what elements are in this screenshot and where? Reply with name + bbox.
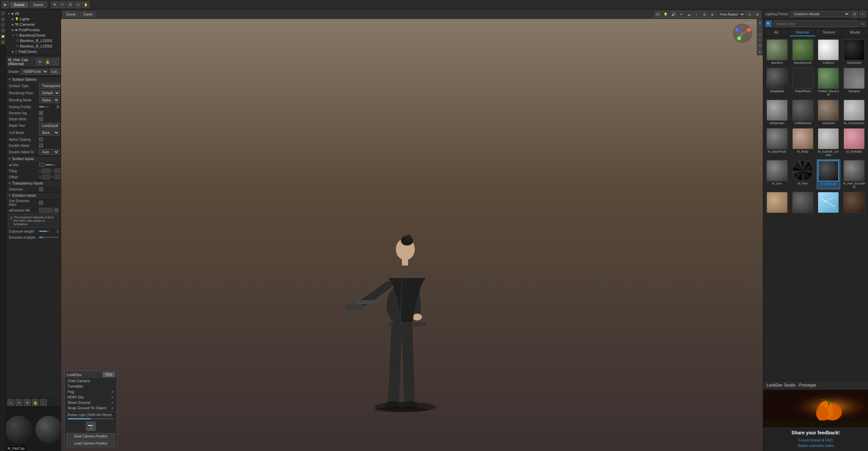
hand-tool[interactable]: ✋ — [82, 1, 89, 8]
rendering-pass-dropdown[interactable]: Default — [39, 90, 60, 96]
lookdev-snap-ground[interactable]: Snap Ground To Object ✓ — [65, 405, 117, 411]
game-tab[interactable]: Game — [30, 2, 47, 8]
emission-inputs-header[interactable]: ▼ Emission Inputs — [6, 192, 61, 198]
mat-item-row5c[interactable] — [817, 191, 841, 214]
double-sided-gi-dropdown[interactable]: Auto — [39, 149, 59, 155]
color-slider[interactable] — [45, 164, 56, 165]
vp-strip-btn-5[interactable]: ☰ — [757, 43, 762, 48]
emissive-map-edit-icon[interactable]: ✎ — [54, 208, 59, 213]
tiling-y-input[interactable]: 1 — [55, 169, 61, 173]
viewport-light-icon[interactable]: 💡 — [662, 11, 669, 18]
viewport-scale-icon[interactable]: ⊡ — [746, 11, 753, 18]
viewport-fog-icon[interactable]: ≈ — [693, 11, 700, 18]
filter-tab-all[interactable]: All — [763, 29, 790, 36]
preview-lock-icon[interactable]: 🔒 — [32, 399, 39, 406]
filter-tab-material[interactable]: Material — [790, 29, 816, 36]
lighting-settings-icon[interactable]: ⚙ — [851, 11, 858, 18]
viewport-fx-icon[interactable]: ✦ — [678, 11, 684, 18]
game-icon[interactable]: ▷ — [1, 22, 5, 27]
tiling-x-input[interactable]: 1 — [42, 169, 51, 173]
exposure-weight-slider[interactable] — [39, 231, 49, 232]
lighting-plus-icon[interactable]: + — [859, 11, 866, 18]
mat-item-mhairbuzz[interactable]: M_Hair_buzzNeck — [842, 159, 866, 189]
cull-mode-dropdown[interactable]: Back — [39, 130, 59, 136]
use-emission-checkbox[interactable] — [39, 201, 43, 205]
inspector-icon[interactable]: ☰ — [1, 28, 5, 33]
preview-settings-icon[interactable]: ⚙ — [24, 399, 31, 406]
preview-more-icon[interactable]: ⋮ — [40, 399, 47, 406]
viewport[interactable]: Scene Game 2D 💡 🔊 ✦ ☁ ≈ ⊞ ◈ Free Aspect … — [61, 9, 763, 451]
surface-options-header[interactable]: ▼ Surface Options — [6, 76, 61, 82]
mat-item-mbackpack[interactable]: M_BackPack — [765, 128, 789, 157]
tree-item-fial-clone[interactable]: ▶ ⬡ Fial(Clone) — [6, 49, 61, 54]
viewport-gizmos-icon[interactable]: ◈ — [709, 11, 716, 18]
distortion-checkbox[interactable] — [39, 187, 43, 191]
inspector-more-icon[interactable]: ⋮ — [52, 58, 59, 65]
inspector-lock-icon[interactable]: 🔒 — [44, 58, 51, 65]
tree-item-bamboo-clone[interactable]: ▼ ⬡ Bamboo(Clone) — [6, 33, 61, 38]
mat-item-row5a[interactable] — [765, 191, 789, 214]
depth-write-checkbox[interactable] — [39, 117, 43, 121]
offset-y-input[interactable]: 0 — [55, 175, 61, 179]
lookdev-fog[interactable]: Fog ✓ — [65, 389, 117, 394]
mat-item-mbody[interactable]: M_Body — [791, 128, 815, 157]
tree-item-all[interactable]: ▼ ◉ All — [6, 11, 61, 16]
mat-item-refrigerator[interactable]: refrigerator — [765, 99, 789, 125]
mat-item-mhair[interactable]: M_Hair — [791, 159, 815, 189]
search-options-button[interactable]: ≡ — [859, 21, 866, 27]
viewport-gizmo[interactable]: X Y Z — [732, 23, 753, 43]
viewport-2d-icon[interactable]: 2D — [654, 11, 661, 18]
vp-strip-btn-2[interactable]: ↕ — [757, 26, 762, 31]
lookdev-show-ground[interactable]: Show Ground ✓ — [65, 400, 117, 405]
tree-item-postprocess[interactable]: ▶ ◉ PostProcess — [6, 27, 61, 33]
unity-logo[interactable]: ▶ — [2, 1, 9, 8]
lighting-preset-dropdown[interactable]: Outdoors-Woods — [790, 11, 850, 17]
transparency-inputs-header[interactable]: ▼ Transparency Inputs — [6, 180, 61, 186]
mat-item-glassdark[interactable]: GlassDark — [842, 39, 866, 65]
depth-test-dropdown[interactable]: LessEqual — [39, 123, 61, 129]
viewport-skybox-icon[interactable]: ☁ — [686, 11, 692, 18]
viewport-grid-icon[interactable]: ⊞ — [701, 11, 708, 18]
mat-item-maccessories[interactable]: M_Accessories — [842, 99, 866, 125]
vp-strip-btn-1[interactable]: ⊞ — [757, 20, 762, 25]
scene-tab[interactable]: Scene — [10, 2, 28, 8]
transform-tool[interactable]: ⊡ — [75, 1, 81, 8]
viewport-resolution-dropdown[interactable]: Free Aspect — [717, 11, 745, 18]
mat-item-pottedplantleaf[interactable]: Potted_PlantLeaf — [817, 67, 841, 97]
mat-item-mgun[interactable]: M_Gun — [765, 159, 789, 189]
blending-mode-dropdown[interactable]: Alpha — [39, 97, 59, 103]
color-swatch[interactable] — [39, 163, 44, 167]
load-camera-position-button[interactable]: Load Camera Position — [66, 440, 115, 447]
filter-tab-model[interactable]: Model — [842, 29, 868, 36]
shader-dropdown[interactable]: HDRP/Unlit — [20, 69, 48, 75]
edit-button[interactable]: Edit... — [50, 68, 61, 75]
emissive-map-input[interactable]: 055 — [39, 208, 53, 213]
move-tool[interactable]: ✥ — [51, 1, 58, 8]
surface-inputs-header[interactable]: ▼ Surface Inputs — [6, 156, 61, 162]
lookdev-turntable[interactable]: Turntable — [65, 384, 117, 389]
alpha-clipping-checkbox[interactable] — [39, 137, 43, 141]
preview-stop-icon[interactable]: ⟳ — [16, 399, 22, 406]
surface-type-dropdown[interactable]: Transparent — [39, 83, 61, 89]
hierarchy-icon[interactable]: ≡ — [1, 11, 5, 16]
vp-strip-btn-4[interactable]: ≡ — [757, 38, 762, 42]
mat-item-row5b[interactable] — [791, 191, 815, 214]
viewport-game-btn[interactable]: Game — [80, 12, 95, 17]
filter-tab-texture[interactable]: Texture — [816, 29, 842, 36]
viewport-scene-btn[interactable]: Scene — [63, 12, 79, 17]
receive-fog-checkbox[interactable]: ✓ — [39, 111, 43, 115]
forum-link[interactable]: Forum thread & FAQ — [763, 437, 868, 443]
offset-x-input[interactable]: 0 — [42, 175, 51, 179]
save-camera-position-button[interactable]: Save Camera Position — [66, 433, 115, 439]
mat-item-pottedplant[interactable]: PottedPlant — [791, 67, 815, 97]
overview-link[interactable]: Watch overview video — [763, 443, 868, 448]
project-icon[interactable]: 📁 — [1, 34, 5, 39]
console-icon[interactable]: ▤ — [1, 40, 5, 44]
lookdev-camera-icon[interactable]: 📷 — [86, 421, 96, 431]
mat-item-meyeballcorneas[interactable]: M_Eyeball_Cornias — [817, 128, 841, 157]
viewport-audio-icon[interactable]: 🔊 — [670, 11, 677, 18]
double-sided-checkbox[interactable] — [39, 143, 43, 148]
lookdev-help-button[interactable]: Help — [103, 372, 115, 377]
vp-strip-btn-6[interactable]: ◈ — [757, 49, 762, 54]
mat-item-mhaircap[interactable]: M_HairCap — [817, 159, 841, 189]
